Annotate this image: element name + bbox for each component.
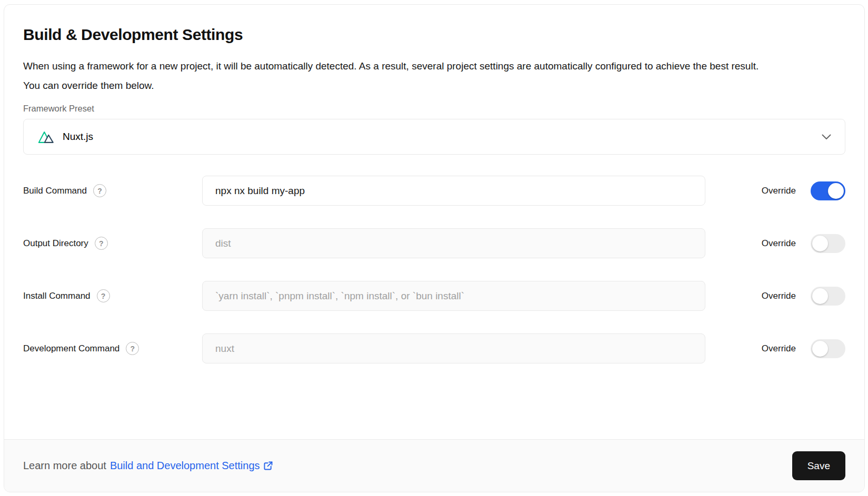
section-title: Build & Development Settings: [23, 26, 845, 44]
external-link-icon: [263, 460, 274, 471]
build-settings-card: Build & Development Settings When using …: [4, 4, 865, 492]
build-command-row: Build Command ? Override: [23, 176, 845, 206]
learn-more-text: Learn more about Build and Development S…: [23, 460, 274, 472]
build-command-override-toggle[interactable]: [811, 181, 845, 200]
framework-selected-value: Nuxt.js: [37, 130, 93, 144]
development-command-input[interactable]: [202, 333, 705, 363]
build-command-label-wrap: Build Command ?: [23, 184, 202, 197]
help-icon[interactable]: ?: [93, 184, 106, 197]
development-command-override-toggle[interactable]: [811, 339, 845, 358]
override-label: Override: [762, 186, 796, 196]
development-command-label-wrap: Development Command ?: [23, 342, 202, 355]
help-icon[interactable]: ?: [95, 237, 108, 250]
chevron-down-icon: [822, 134, 831, 140]
card-footer: Learn more about Build and Development S…: [4, 439, 864, 492]
output-directory-input[interactable]: [202, 228, 705, 258]
output-directory-row: Output Directory ? Override: [23, 228, 845, 258]
install-command-label-wrap: Install Command ?: [23, 289, 202, 302]
build-command-input[interactable]: [202, 176, 705, 206]
toggle-knob: [828, 183, 844, 199]
output-directory-override-toggle[interactable]: [811, 234, 845, 253]
development-command-row: Development Command ? Override: [23, 333, 845, 363]
card-body: Build & Development Settings When using …: [4, 5, 864, 439]
learn-more-prefix: Learn more about: [23, 460, 106, 472]
install-command-row: Install Command ? Override: [23, 281, 845, 311]
override-label: Override: [762, 291, 796, 301]
save-button[interactable]: Save: [792, 451, 845, 480]
help-icon[interactable]: ?: [97, 289, 110, 302]
development-command-override: Override: [729, 339, 845, 358]
section-description: When using a framework for a new project…: [23, 56, 765, 95]
install-command-override: Override: [729, 287, 845, 306]
install-command-label: Install Command: [23, 291, 91, 301]
framework-preset-label: Framework Preset: [23, 104, 845, 114]
link-label: Build and Development Settings: [110, 460, 260, 472]
override-label: Override: [762, 238, 796, 249]
install-command-override-toggle[interactable]: [811, 287, 845, 306]
output-directory-override: Override: [729, 234, 845, 253]
toggle-knob: [812, 341, 828, 357]
framework-name: Nuxt.js: [63, 131, 93, 143]
toggle-knob: [812, 288, 828, 304]
help-icon[interactable]: ?: [126, 342, 139, 355]
build-command-override: Override: [729, 181, 845, 200]
framework-preset-select[interactable]: Nuxt.js: [23, 119, 845, 155]
override-label: Override: [762, 343, 796, 354]
install-command-input[interactable]: [202, 281, 705, 311]
output-directory-label: Output Directory: [23, 238, 88, 249]
build-settings-docs-link[interactable]: Build and Development Settings: [110, 460, 274, 472]
build-command-label: Build Command: [23, 186, 87, 196]
development-command-label: Development Command: [23, 343, 119, 354]
toggle-knob: [812, 236, 828, 251]
nuxt-logo-icon: [37, 130, 55, 144]
output-directory-label-wrap: Output Directory ?: [23, 237, 202, 250]
